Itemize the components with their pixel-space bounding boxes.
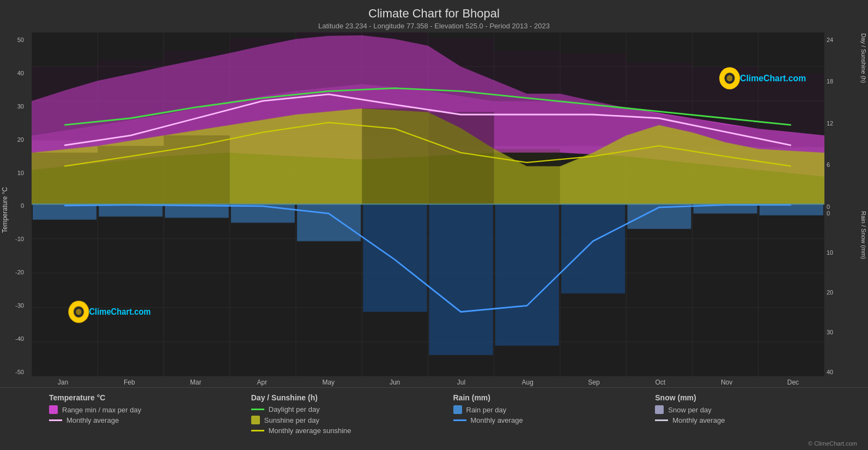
- legend-snow-avg-swatch: [655, 419, 668, 421]
- legend-temperature: Temperature °C Range min / max per day M…: [44, 393, 246, 437]
- legend-rain-title: Rain (mm): [453, 393, 645, 402]
- legend-snow-day: Snow per day: [655, 405, 846, 414]
- chart-svg-area: ClimeChart.com ClimeChart.com: [32, 32, 824, 376]
- legend-temp-avg: Monthly average: [49, 416, 240, 424]
- legend-snow-avg-label: Monthly average: [672, 416, 725, 424]
- right-bottom-axis: 0 10 20 30 40 Rain / Snow (mm): [824, 210, 868, 388]
- copyright: © ClimeChart.com: [0, 439, 868, 450]
- legend-rain-avg-swatch: [453, 419, 466, 421]
- legend-sunshine-title: Day / Sunshine (h): [251, 393, 442, 402]
- legend-temp-range-swatch: [49, 405, 58, 414]
- legend-rain-avg-label: Monthly average: [471, 416, 523, 424]
- chart-canvas-container: ClimeChart.com ClimeChart.com Jan Feb Ma…: [32, 32, 824, 387]
- legend-rain-avg: Monthly average: [453, 416, 645, 424]
- legend-daylight-swatch: [251, 409, 264, 410]
- svg-text:ClimeChart.com: ClimeChart.com: [740, 73, 806, 83]
- svg-rect-60: [429, 205, 493, 355]
- left-axis-label: Temperature °C: [0, 32, 10, 387]
- legend-rain-day-swatch: [453, 405, 462, 414]
- legend-snow-avg: Monthly average: [655, 416, 846, 424]
- svg-rect-46: [494, 149, 560, 204]
- right-axis-container: 24 18 12 6 0 Day / Sunshine (h) 0 10 20 …: [824, 32, 868, 387]
- legend-snow-title: Snow (mm): [655, 393, 846, 402]
- legend-daylight: Daylight per day: [251, 405, 442, 413]
- chart-header: Climate Chart for Bhopal Latitude 23.234…: [0, 0, 868, 32]
- svg-rect-48: [99, 205, 162, 217]
- legend-temp-title: Temperature °C: [49, 393, 240, 402]
- svg-point-66: [76, 309, 82, 315]
- svg-rect-59: [363, 205, 427, 312]
- right-top-axis: 24 18 12 6 0 Day / Sunshine (h): [824, 32, 868, 210]
- legend-temp-avg-swatch: [49, 419, 62, 421]
- svg-rect-29: [98, 60, 163, 140]
- svg-rect-61: [495, 205, 559, 346]
- legend-temp-avg-label: Monthly average: [66, 416, 119, 424]
- chart-title: Climate Chart for Bhopal: [0, 7, 868, 21]
- legend-rain: Rain (mm) Rain per day Monthly average: [448, 393, 650, 437]
- legend-sunshine-day-label: Sunshine per day: [264, 416, 319, 424]
- svg-rect-51: [297, 205, 361, 242]
- svg-rect-62: [561, 205, 625, 293]
- svg-rect-50: [231, 205, 295, 223]
- legend-rain-day: Rain per day: [453, 405, 645, 414]
- right-top-label: Day / Sunshine (h): [859, 32, 868, 210]
- legend-rain-day-label: Rain per day: [466, 406, 507, 414]
- legend-snow-day-label: Snow per day: [668, 406, 712, 414]
- chart-subtitle: Latitude 23.234 - Longitude 77.358 - Ele…: [0, 22, 868, 30]
- svg-text:ClimeChart.com: ClimeChart.com: [89, 307, 150, 317]
- svg-rect-58: [760, 205, 823, 215]
- legend-sunshine: Day / Sunshine (h) Daylight per day Suns…: [246, 393, 448, 437]
- svg-rect-45: [428, 112, 494, 204]
- svg-rect-39: [758, 73, 824, 147]
- chart-wrapper: Temperature °C 50 40 30 20 10 0 -10 -20 …: [0, 32, 868, 387]
- right-bottom-label: Rain / Snow (mm): [859, 210, 868, 388]
- legend-daylight-label: Daylight per day: [269, 405, 320, 413]
- legend-snow: Snow (mm) Snow per day Monthly average: [650, 393, 852, 437]
- svg-rect-42: [98, 146, 163, 204]
- right-top-ticks: 24 18 12 6 0: [824, 32, 859, 210]
- svg-rect-47: [33, 205, 96, 220]
- legend-area: Temperature °C Range min / max per day M…: [0, 387, 868, 439]
- svg-rect-28: [32, 67, 98, 140]
- legend-snow-day-swatch: [655, 405, 664, 414]
- svg-point-70: [727, 75, 733, 81]
- legend-sunshine-avg-swatch: [251, 430, 264, 431]
- legend-temp-range-label: Range min / max per day: [62, 406, 141, 414]
- svg-rect-36: [560, 53, 626, 146]
- legend-temp-range: Range min / max per day: [49, 405, 240, 414]
- legend-sunshine-day: Sunshine per day: [251, 416, 442, 424]
- main-container: Climate Chart for Bhopal Latitude 23.234…: [0, 0, 868, 450]
- legend-sunshine-avg-label: Monthly average sunshine: [269, 427, 351, 435]
- svg-rect-44: [362, 109, 428, 205]
- svg-rect-41: [32, 153, 98, 205]
- legend-sunshine-day-swatch: [251, 416, 260, 424]
- chart-svg: ClimeChart.com ClimeChart.com: [32, 32, 824, 376]
- right-bottom-ticks: 0 10 20 30 40: [824, 210, 859, 388]
- legend-sunshine-avg: Monthly average sunshine: [251, 427, 442, 435]
- x-axis-months: Jan Feb Mar Apr May Jun Jul Aug Sep Oct …: [32, 376, 824, 387]
- left-axis-ticks: 50 40 30 20 10 0 -10 -20 -30 -40 -50: [10, 32, 26, 387]
